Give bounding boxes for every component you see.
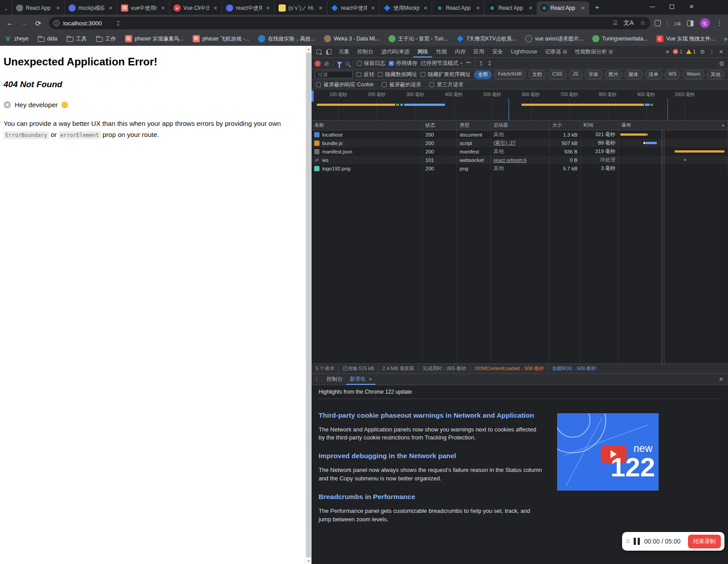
- preserve-log-checkbox[interactable]: [357, 61, 362, 66]
- chrome-122-video-thumbnail[interactable]: new 122: [557, 413, 659, 491]
- browser-tab[interactable]: 简vue中使用m...✕: [117, 1, 169, 15]
- initiator-cell[interactable]: (索引) :27: [491, 139, 550, 147]
- browser-tab[interactable]: ⊛React App✕: [484, 1, 537, 15]
- table-row[interactable]: logo192.png200png其他5.7 kB3 毫秒: [311, 164, 728, 173]
- initiator-text[interactable]: (索引) :27: [493, 140, 516, 146]
- filter-pill-字体[interactable]: 字体: [585, 70, 603, 79]
- request-name-cell[interactable]: bundle.js: [311, 139, 423, 147]
- devtools-tab-应用[interactable]: 应用: [469, 46, 488, 57]
- devtools-tab-性能数据分析[interactable]: 性能数据分析: [571, 46, 617, 57]
- checkbox-icon[interactable]: [316, 82, 321, 87]
- address-url[interactable]: localhost:3000: [63, 20, 102, 27]
- initiator-cell[interactable]: 其他: [491, 164, 550, 173]
- export-har-icon[interactable]: ↧: [487, 60, 492, 67]
- bookmark-item[interactable]: Weka 3 - Data Mi...: [324, 35, 379, 42]
- initiator-cell[interactable]: 其他: [491, 130, 550, 139]
- maximize-button[interactable]: [662, 0, 682, 13]
- media-controls-icon[interactable]: ♪≡: [674, 20, 681, 27]
- warning-badge[interactable]: 1: [686, 49, 696, 54]
- back-button[interactable]: ←: [4, 17, 16, 29]
- inspect-element-icon[interactable]: [313, 47, 324, 56]
- devtools-tab-性能[interactable]: 性能: [432, 46, 451, 57]
- column-header-名称[interactable]: 名称: [311, 121, 423, 130]
- filter-pill-其他[interactable]: 其他: [707, 70, 724, 79]
- devtools-tab-元素[interactable]: 元素: [335, 46, 353, 57]
- scroll-up-icon[interactable]: ▲: [307, 46, 311, 52]
- record-network-icon[interactable]: [315, 61, 320, 66]
- address-bar[interactable]: ⓘ localhost:3000 ⌶ ⍗ 文A ☆: [49, 17, 650, 29]
- minimize-button[interactable]: —: [643, 0, 662, 13]
- pause-icon[interactable]: [634, 538, 640, 545]
- throttling-dropdown[interactable]: 已停用节流模式▾: [421, 60, 462, 67]
- scrollbar-thumb[interactable]: [306, 52, 311, 557]
- whats-new-section-heading[interactable]: Improved debugging in the Network panel: [319, 452, 550, 460]
- table-row[interactable]: ⇄ws101websocketreact refresh:60 B待处理: [311, 156, 728, 164]
- bookmark-item[interactable]: Turingsense/data...: [592, 35, 647, 42]
- browser-tab[interactable]: (o`v`)ノ Hi...✕: [274, 1, 327, 15]
- bookmark-item[interactable]: CVue 实现 拖拽文件...: [656, 35, 715, 43]
- profile-avatar[interactable]: 生: [700, 18, 710, 28]
- whats-new-section-heading[interactable]: Third-party cookie phaseout warnings in …: [319, 411, 550, 419]
- drawer-close-icon[interactable]: ✕: [719, 376, 725, 383]
- hide-extension-urls-toggle[interactable]: 隐藏扩展程序网址: [421, 71, 470, 78]
- browser-tab[interactable]: 使用Mockjs...✕: [379, 1, 432, 15]
- browser-tab[interactable]: ⊛React App✕: [432, 1, 484, 15]
- error-badge[interactable]: ✕1: [673, 49, 682, 54]
- checkbox-icon[interactable]: [429, 82, 434, 87]
- save-to-device-icon[interactable]: ⍗: [613, 19, 617, 27]
- stop-recording-button[interactable]: 结束录制: [688, 535, 721, 548]
- bookmark-item[interactable]: 工作: [96, 35, 116, 43]
- drawer-menu-icon[interactable]: ⋮: [314, 376, 320, 382]
- filter-pill-Wasm[interactable]: Wasm: [683, 70, 704, 79]
- request-name-cell[interactable]: manifest.json: [311, 147, 423, 156]
- hide-data-urls-toggle[interactable]: 隐藏数据网址: [378, 71, 417, 78]
- bookmark-item[interactable]: 在线做实验，高效...: [258, 35, 315, 43]
- sort-arrow-icon[interactable]: ▲: [721, 123, 725, 127]
- table-row[interactable]: bundle.js200script(索引) :27507 kB88 毫秒: [311, 139, 728, 147]
- browser-tab[interactable]: ●Vue Cli中出...✕: [169, 1, 222, 15]
- browser-tab[interactable]: React App✕: [12, 1, 64, 15]
- browser-tab[interactable]: mockjs模拟...✕: [64, 1, 117, 15]
- page-scrollbar[interactable]: ▲ ▼: [305, 46, 311, 564]
- bookmark-item[interactable]: 简phaser 实现像素鸟...: [125, 35, 184, 43]
- blocked-filter-toggle[interactable]: 被屏蔽的响应 Cookie: [316, 81, 374, 89]
- devtools-tab-Lighthouse[interactable]: Lighthouse: [507, 46, 541, 57]
- initiator-cell[interactable]: 其他: [491, 147, 550, 156]
- devtools-tab-控制台[interactable]: 控制台: [353, 46, 377, 57]
- browser-menu-icon[interactable]: ⋮: [716, 19, 723, 27]
- screen-recorder-widget[interactable]: ⠿ 00:00 / 05:00 结束录制: [622, 532, 724, 551]
- tab-close-icon[interactable]: ✕: [160, 5, 166, 12]
- column-header-时间[interactable]: 时间: [581, 121, 619, 130]
- clear-network-icon[interactable]: ⊘: [324, 60, 329, 67]
- extensions-icon[interactable]: [655, 20, 661, 26]
- drag-handle-icon[interactable]: ⠿: [626, 538, 629, 545]
- filter-pill-图片[interactable]: 图片: [605, 70, 623, 79]
- column-header-大小[interactable]: 大小: [550, 121, 581, 130]
- filter-pill-JS[interactable]: JS: [569, 70, 582, 79]
- reload-button[interactable]: ⟳: [32, 17, 44, 29]
- browser-tab[interactable]: ⊛React App✕: [537, 1, 589, 15]
- browser-tab[interactable]: react中使用...✕: [327, 1, 379, 15]
- tab-close-icon[interactable]: ✕: [580, 5, 586, 12]
- tab-close-icon[interactable]: ✕: [370, 5, 376, 12]
- bookmark-item[interactable]: vue axios请求图片...: [525, 35, 583, 43]
- tab-close-icon[interactable]: ✕: [422, 5, 429, 12]
- devtools-settings-icon[interactable]: ⚙: [700, 48, 705, 55]
- tab-close-icon[interactable]: ✕: [527, 5, 534, 12]
- drawer-tab-控制台[interactable]: 控制台: [323, 374, 346, 385]
- invert-toggle[interactable]: 反转: [356, 71, 374, 78]
- tab-close-icon[interactable]: ✕: [212, 5, 219, 12]
- bookmark-star-icon[interactable]: ☆: [640, 19, 646, 27]
- filter-icon[interactable]: [337, 62, 342, 65]
- filter-pill-CSS[interactable]: CSS: [548, 70, 566, 79]
- hide-data-urls-checkbox[interactable]: [378, 72, 383, 77]
- devtools-tab-记录器[interactable]: 记录器: [541, 46, 571, 57]
- filter-pill-全部[interactable]: 全部: [474, 70, 492, 79]
- invert-checkbox[interactable]: [356, 72, 361, 77]
- bookmark-item[interactable]: 王子沁 - 首页 - Turi...: [388, 35, 448, 43]
- filter-pill-WS[interactable]: WS: [665, 70, 681, 79]
- forward-button[interactable]: →: [18, 17, 30, 29]
- bookmark-item[interactable]: dida: [37, 35, 57, 42]
- import-har-icon[interactable]: ↥: [479, 60, 484, 67]
- devtools-tab-内存[interactable]: 内存: [451, 46, 469, 57]
